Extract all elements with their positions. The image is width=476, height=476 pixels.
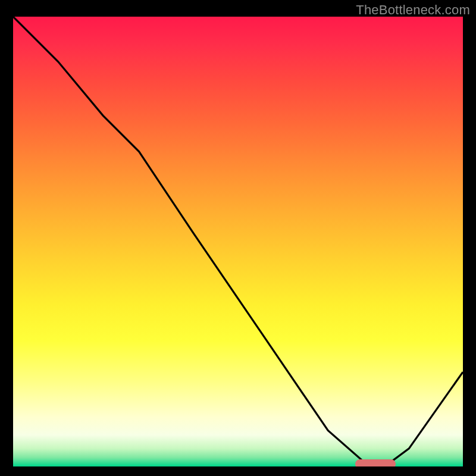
bottleneck-curve <box>13 17 463 466</box>
plot-area <box>13 17 463 466</box>
optimum-marker <box>355 459 396 466</box>
watermark-text: TheBottleneck.com <box>356 2 470 18</box>
